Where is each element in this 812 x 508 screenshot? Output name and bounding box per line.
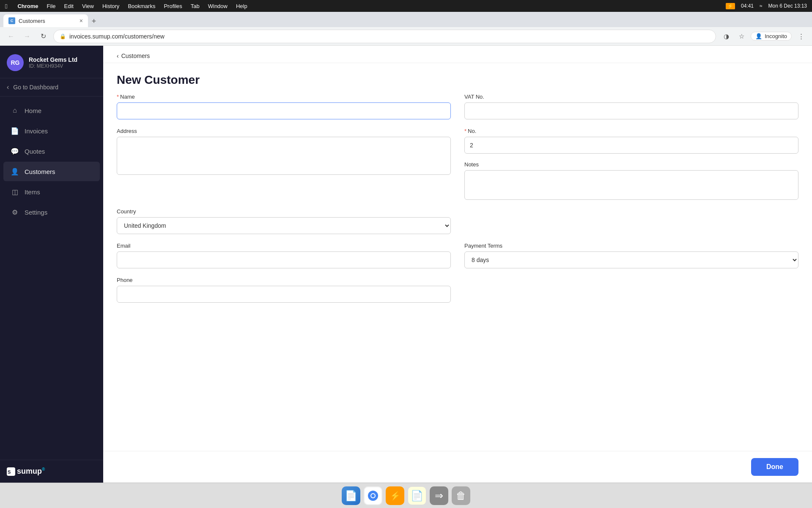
quotes-icon: 💬 <box>10 146 19 156</box>
name-label: * Name <box>117 94 451 100</box>
page-header: ‹ Customers <box>103 46 812 63</box>
dock-arrow-icon[interactable]: ⇒ <box>430 486 448 505</box>
reload-button[interactable]: ↻ <box>37 30 49 42</box>
form-row-phone: Phone <box>117 277 798 303</box>
forward-button[interactable]: → <box>21 30 33 42</box>
sumup-logo: S sumup® <box>7 467 96 476</box>
tab-close-button[interactable]: × <box>80 17 83 24</box>
sidebar: RG Rocket Gems Ltd ID: MEXH934V ‹ Go to … <box>0 46 103 483</box>
app-container: RG Rocket Gems Ltd ID: MEXH934V ‹ Go to … <box>0 46 812 483</box>
incognito-icon: 👤 <box>755 33 762 39</box>
dock-trash-icon[interactable]: 🗑 <box>452 486 470 505</box>
svg-point-4 <box>371 494 375 497</box>
vat-label: VAT No. <box>464 94 798 100</box>
form-row-country: Country United Kingdom United States Ger… <box>117 208 798 234</box>
address-label: Address <box>117 128 451 134</box>
sumup-logo-icon: S <box>7 467 15 476</box>
menu-profiles[interactable]: Profiles <box>164 3 182 9</box>
items-icon: ◫ <box>10 187 19 196</box>
vat-input[interactable] <box>464 102 798 119</box>
go-to-dashboard-button[interactable]: ‹ Go to Dashboard <box>0 78 103 97</box>
notes-textarea[interactable] <box>464 170 798 200</box>
mac-dock: 📄 ⚡ 📄 ⇒ 🗑 <box>0 483 812 508</box>
wifi-icon: ≈ <box>760 3 763 9</box>
sidebar-item-quotes[interactable]: 💬 Quotes <box>3 141 100 161</box>
form-group-phone-right <box>464 277 798 303</box>
cast-button[interactable]: ◑ <box>720 30 732 42</box>
clock: Mon 6 Dec 13:13 <box>768 3 807 9</box>
bookmark-button[interactable]: ☆ <box>735 30 747 42</box>
name-input[interactable] <box>117 102 451 119</box>
new-tab-button[interactable]: + <box>88 15 100 27</box>
breadcrumb-label: Customers <box>121 52 150 59</box>
form-row-email-payment: Email Payment Terms 8 days 14 days 30 da… <box>117 243 798 268</box>
form-group-email: Email <box>117 243 451 268</box>
tab-title: Customers <box>19 18 45 24</box>
battery-indicator: ⚡ <box>726 3 735 9</box>
payment-terms-select[interactable]: 8 days 14 days 30 days 60 days 90 days <box>464 251 798 268</box>
sidebar-header: RG Rocket Gems Ltd ID: MEXH934V <box>0 46 103 78</box>
back-arrow-icon: ‹ <box>117 52 119 59</box>
menu-help[interactable]: Help <box>236 3 247 9</box>
email-input[interactable] <box>117 251 451 268</box>
menu-chrome[interactable]: Chrome <box>17 3 38 9</box>
menubar-right-icons: ⚡ 04:41 ≈ Mon 6 Dec 13:13 <box>726 3 807 9</box>
address-textarea[interactable] <box>117 137 451 175</box>
number-required-star: * <box>464 128 466 134</box>
lock-icon: 🔒 <box>60 33 66 39</box>
company-name: Rocket Gems Ltd <box>29 56 96 63</box>
form-group-country: Country United Kingdom United States Ger… <box>117 208 451 234</box>
form-group-payment-terms: Payment Terms 8 days 14 days 30 days 60 … <box>464 243 798 268</box>
tab-bar: C Customers × + <box>0 12 812 27</box>
incognito-badge: 👤 Incognito <box>751 32 792 41</box>
sumup-text: sumup® <box>17 467 45 476</box>
sidebar-footer: S sumup® <box>0 460 103 483</box>
settings-icon: ⚙ <box>10 207 19 217</box>
browser-menu-button[interactable]: ⋮ <box>795 30 807 42</box>
done-button[interactable]: Done <box>751 458 798 476</box>
form-actions: Done <box>103 451 812 483</box>
company-info: Rocket Gems Ltd ID: MEXH934V <box>29 56 96 69</box>
url-text: invoices.sumup.com/customers/new <box>69 33 165 40</box>
sidebar-item-items[interactable]: ◫ Items <box>3 182 100 202</box>
notes-label: Notes <box>464 161 798 168</box>
address-bar[interactable]: 🔒 invoices.sumup.com/customers/new <box>53 30 716 43</box>
menu-edit[interactable]: Edit <box>64 3 74 9</box>
form-group-address: Address <box>117 128 451 200</box>
dock-notes-icon[interactable]: 📄 <box>408 486 426 505</box>
battery-time: 04:41 <box>741 3 754 9</box>
main-content: ‹ Customers New Customer * Name VAT No. <box>103 46 812 483</box>
menu-window[interactable]: Window <box>208 3 228 9</box>
form-group-vat: VAT No. <box>464 94 798 119</box>
active-tab[interactable]: C Customers × <box>3 14 88 27</box>
phone-input[interactable] <box>117 286 451 303</box>
menu-history[interactable]: History <box>102 3 119 9</box>
menu-bookmarks[interactable]: Bookmarks <box>128 3 155 9</box>
dock-bolt-icon[interactable]: ⚡ <box>386 486 404 505</box>
sidebar-item-customers-label: Customers <box>25 168 55 175</box>
back-button[interactable]: ← <box>5 30 17 42</box>
phone-label: Phone <box>117 277 451 283</box>
invoices-icon: 📄 <box>10 126 19 135</box>
form-group-country-right <box>464 208 798 234</box>
customers-icon: 👤 <box>10 167 19 176</box>
country-label: Country <box>117 208 451 215</box>
address-bar-row: ← → ↻ 🔒 invoices.sumup.com/customers/new… <box>0 27 812 46</box>
form-group-phone: Phone <box>117 277 451 303</box>
page-title: New Customer <box>117 73 798 87</box>
dock-finder-icon[interactable]: 📄 <box>342 486 360 505</box>
home-icon: ⌂ <box>10 106 19 115</box>
country-select[interactable]: United Kingdom United States Germany Fra… <box>117 217 451 234</box>
dock-chrome-icon[interactable] <box>364 486 382 505</box>
sidebar-item-invoices[interactable]: 📄 Invoices <box>3 121 100 141</box>
sidebar-item-customers[interactable]: 👤 Customers <box>3 162 100 181</box>
menu-view[interactable]: View <box>82 3 94 9</box>
breadcrumb[interactable]: ‹ Customers <box>117 52 798 59</box>
menu-tab[interactable]: Tab <box>191 3 200 9</box>
number-input[interactable] <box>464 137 798 154</box>
browser-chrome: C Customers × + ← → ↻ 🔒 invoices.sumup.c… <box>0 12 812 46</box>
menu-file[interactable]: File <box>47 3 56 9</box>
number-label: * No. <box>464 128 798 134</box>
sidebar-item-settings[interactable]: ⚙ Settings <box>3 202 100 222</box>
sidebar-item-home[interactable]: ⌂ Home <box>3 101 100 120</box>
